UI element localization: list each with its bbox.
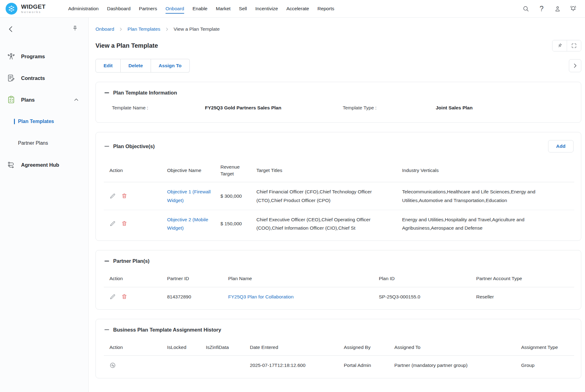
fullscreen-expand-icon[interactable]: [567, 40, 581, 51]
target-titles-value: Chief Executive Officer (CEO),Chief Oper…: [251, 210, 397, 237]
nav-reports[interactable]: Reports: [317, 4, 334, 14]
edit-button[interactable]: Edit: [95, 59, 121, 73]
nav-partners[interactable]: Partners: [139, 4, 157, 14]
nav-onboard[interactable]: Onboard: [166, 4, 184, 14]
sidebar-item-plan-templates[interactable]: Plan Templates: [0, 111, 88, 132]
delete-row-trash-icon[interactable]: [121, 220, 128, 227]
search-icon[interactable]: [522, 5, 530, 12]
collapse-section-icon[interactable]: [104, 92, 109, 93]
sidebar-item-plans[interactable]: Plans: [0, 89, 88, 111]
assignment-history-table: Action IsLocked IsZinfiData Date Entered…: [104, 340, 574, 375]
template-type-field: Template Type : Joint Sales Plan: [343, 105, 574, 111]
next-record-chevron-icon[interactable]: [569, 59, 581, 72]
collapse-section-icon[interactable]: [104, 261, 109, 262]
sidebar-item-contracts[interactable]: Contracts: [0, 67, 88, 89]
edit-row-pencil-icon[interactable]: [109, 293, 116, 300]
target-titles-value: Chief Financial Officer (CFO),Chief Tech…: [251, 182, 397, 210]
delete-row-trash-icon[interactable]: [121, 293, 128, 300]
column-header-revenue-target: Revenue Target: [215, 159, 251, 182]
agreement-hub-icon: [7, 161, 16, 169]
nav-dashboard[interactable]: Dashboard: [107, 4, 131, 14]
section-header: Plan Template Information: [96, 82, 581, 96]
table-row: 2025-07-17T12:18:12.600 Portal Admin Par…: [104, 356, 574, 375]
nav-enable[interactable]: Enable: [193, 4, 207, 14]
breadcrumb-plan-templates[interactable]: Plan Templates: [127, 26, 160, 32]
collapse-section-icon[interactable]: [104, 329, 109, 330]
notifications-bell-icon[interactable]: [569, 5, 577, 12]
table-header-row: Action Partner ID Plan Name Plan ID Part…: [104, 271, 574, 287]
objective-link[interactable]: Objective 2 (Mobile Widget): [167, 217, 208, 231]
edit-row-pencil-icon[interactable]: [109, 220, 116, 227]
breadcrumb-current: View a Plan Template: [174, 26, 220, 32]
sidebar-item-partner-plans[interactable]: Partner Plans: [0, 132, 88, 154]
delete-row-trash-icon[interactable]: [121, 193, 128, 199]
objective-link[interactable]: Objective 1 (Firewall Widget): [167, 189, 211, 203]
sidebar-item-label: Partner Plans: [18, 140, 48, 146]
nav-accelerate[interactable]: Accelerate: [286, 4, 309, 14]
template-name-field: Template Name : FY25Q3 Gold Partners Sal…: [112, 105, 343, 111]
app-window: WIDGET Networks Administration Dashboard…: [0, 0, 585, 392]
revenue-target-value: $ 300,000: [215, 182, 251, 210]
assigned-to-value: Partner (mandatory partner group): [389, 356, 516, 375]
record-actions-group: Edit Delete Assign To: [95, 59, 190, 73]
section-header: Plan Objective(s) Add: [96, 132, 581, 152]
template-type-value: Joint Sales Plan: [436, 105, 473, 111]
column-header-action: Action: [104, 159, 162, 182]
column-header-date-entered: Date Entered: [244, 340, 338, 356]
chevron-up-icon[interactable]: [73, 97, 79, 103]
column-header-action: Action: [104, 340, 162, 356]
pin-page-icon[interactable]: [552, 40, 567, 51]
partner-account-type-value: Reseller: [471, 287, 574, 306]
brand-logo[interactable]: WIDGET Networks: [6, 3, 64, 15]
rollback-assignment-icon[interactable]: [109, 362, 116, 368]
section-title: Plan Objective(s): [113, 143, 155, 149]
toolbar-row: Edit Delete Assign To: [95, 59, 581, 73]
programs-icon: [7, 52, 16, 61]
sidebar-item-agreement-hub[interactable]: Agreement Hub: [0, 154, 88, 176]
table-header-row: Action Objective Name Revenue Target Tar…: [104, 159, 574, 182]
partner-plans-card: Partner Plan(s) Action Partner ID Plan N…: [95, 250, 581, 310]
breadcrumb-onboard[interactable]: Onboard: [95, 26, 114, 32]
pin-sidebar-icon[interactable]: [72, 25, 78, 32]
app-frame: Programs Contracts: [0, 18, 585, 392]
add-objective-button[interactable]: Add: [548, 140, 574, 152]
nav-incentivize[interactable]: Incentivize: [255, 4, 278, 14]
widget-networks-logo-icon: [6, 3, 17, 15]
delete-button[interactable]: Delete: [121, 59, 151, 73]
section-title: Plan Template Information: [113, 90, 177, 96]
template-name-label: Template Name :: [112, 105, 205, 111]
plans-icon: [7, 95, 16, 104]
table-row: Objective 2 (Mobile Widget) $ 150,000 Ch…: [104, 210, 574, 237]
industry-verticals-value: Telecommunications,Healthcare and Life S…: [397, 182, 574, 210]
sidebar-item-programs[interactable]: Programs: [0, 46, 88, 67]
page-mini-controls: [552, 40, 581, 51]
column-header-plan-id: Plan ID: [373, 271, 471, 287]
nav-sell[interactable]: Sell: [239, 4, 247, 14]
nav-market[interactable]: Market: [216, 4, 230, 14]
nav-administration[interactable]: Administration: [68, 4, 99, 14]
chevron-right-icon: [165, 27, 169, 32]
assign-to-button[interactable]: Assign To: [151, 59, 190, 73]
table-header-row: Action IsLocked IsZinfiData Date Entered…: [104, 340, 574, 356]
column-header-assigned-to: Assigned To: [389, 340, 516, 356]
partner-plans-table: Action Partner ID Plan Name Plan ID Part…: [104, 271, 574, 306]
table-row: Objective 1 (Firewall Widget) $ 300,000 …: [104, 182, 574, 210]
assignment-history-card: Business Plan Template Assignment Histor…: [95, 319, 581, 378]
top-navigation: Administration Dashboard Partners Onboar…: [68, 4, 334, 14]
column-header-assigned-by: Assigned By: [338, 340, 389, 356]
help-icon[interactable]: ?: [538, 5, 545, 12]
sidebar-item-label: Plans: [21, 97, 35, 103]
breadcrumb: Onboard Plan Templates View a Plan Templ…: [95, 26, 581, 32]
sidebar-item-label: Agreement Hub: [21, 162, 59, 168]
sidebar-item-label: Plan Templates: [18, 119, 54, 124]
assigned-by-value: Portal Admin: [338, 356, 389, 375]
plan-name-link[interactable]: FY25Q3 Plan for Collaboration: [228, 294, 294, 299]
iszinfidata-value: [200, 356, 244, 375]
user-icon[interactable]: [554, 5, 561, 12]
section-title: Partner Plan(s): [113, 258, 149, 264]
column-header-target-titles: Target Titles: [251, 159, 397, 182]
collapse-sidebar-back-icon[interactable]: [7, 25, 15, 33]
edit-row-pencil-icon[interactable]: [109, 193, 116, 199]
collapse-section-icon[interactable]: [104, 146, 109, 147]
column-header-partner-id: Partner ID: [162, 271, 223, 287]
